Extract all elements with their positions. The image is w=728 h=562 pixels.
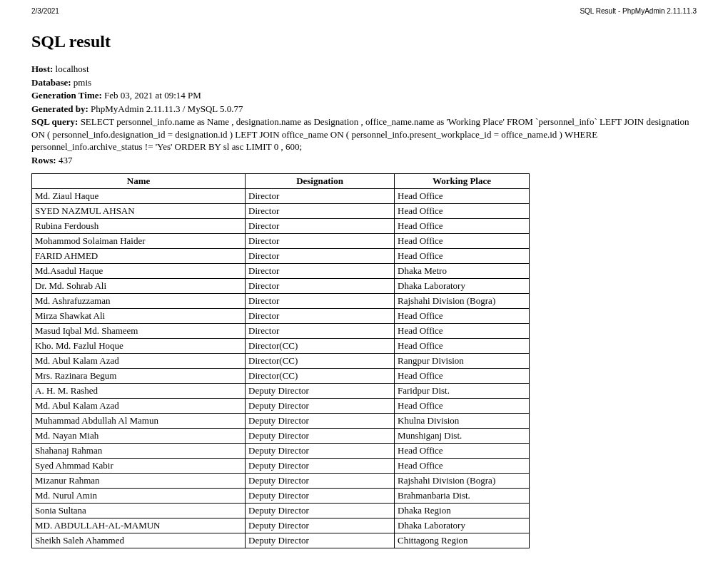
table-cell: Chittagong Region — [395, 533, 530, 548]
sqlquery-value: SELECT personnel_info.name as Name , des… — [31, 116, 689, 152]
table-cell: Shahanaj Rahman — [32, 444, 246, 459]
table-cell: Sheikh Saleh Ahammed — [32, 533, 246, 548]
table-cell: Mohammod Solaiman Haider — [32, 234, 246, 249]
table-cell: FARID AHMED — [32, 249, 246, 264]
table-cell: Head Office — [395, 219, 530, 234]
table-cell: SYED NAZMUL AHSAN — [32, 204, 246, 219]
meta-block: Host: localhost Database: pmis Generatio… — [31, 63, 697, 166]
results-table: Name Designation Working Place Md. Ziaul… — [31, 173, 530, 548]
table-cell: Head Office — [395, 399, 530, 414]
table-cell: Masud Iqbal Md. Shameem — [32, 324, 246, 339]
table-cell: Md. Abul Kalam Azad — [32, 399, 246, 414]
table-cell: Mizanur Rahman — [32, 474, 246, 489]
table-row: Muhammad Abdullah Al MamunDeputy Directo… — [32, 414, 530, 429]
database-value: pmis — [74, 77, 91, 88]
table-cell: Head Office — [395, 189, 530, 204]
table-row: Shahanaj RahmanDeputy DirectorHead Offic… — [32, 444, 530, 459]
table-cell: Deputy Director — [246, 518, 395, 533]
table-cell: Director — [246, 324, 395, 339]
table-cell: Head Office — [395, 309, 530, 324]
table-cell: Dhaka Laboratory — [395, 518, 530, 533]
rows-value: 437 — [59, 155, 73, 165]
table-cell: Deputy Director — [246, 489, 395, 504]
table-row: Md. Nayan MiahDeputy DirectorMunshiganj … — [32, 429, 530, 444]
rows-label: Rows: — [31, 155, 56, 165]
table-cell: MD. ABDULLAH-AL-MAMUN — [32, 518, 246, 533]
table-row: Sonia SultanaDeputy DirectorDhaka Region — [32, 504, 530, 518]
table-row: Kho. Md. Fazlul HoqueDirector(CC)Head Of… — [32, 339, 530, 354]
gentime-label: Generation Time: — [31, 90, 102, 101]
table-cell: Director — [246, 204, 395, 219]
page-title: SQL result — [31, 32, 697, 51]
table-cell: Head Office — [395, 444, 530, 459]
table-cell: Md. Ashrafuzzaman — [32, 294, 246, 309]
print-title: SQL Result - PhpMyAdmin 2.11.11.3 — [580, 7, 697, 15]
table-row: Md. AshrafuzzamanDirectorRajshahi Divisi… — [32, 294, 530, 309]
table-cell: Dr. Md. Sohrab Ali — [32, 279, 246, 294]
table-cell: Head Office — [395, 234, 530, 249]
table-cell: Deputy Director — [246, 399, 395, 414]
table-cell: Md. Nayan Miah — [32, 429, 246, 444]
table-cell: Director — [246, 294, 395, 309]
table-row: Md. Ziaul HaqueDirectorHead Office — [32, 189, 530, 204]
table-row: Sheikh Saleh AhammedDeputy DirectorChitt… — [32, 533, 530, 548]
table-cell: Mrs. Razinara Begum — [32, 369, 246, 384]
table-row: A. H. M. RashedDeputy DirectorFaridpur D… — [32, 384, 530, 399]
col-header-designation: Designation — [246, 174, 395, 189]
table-cell: Head Office — [395, 324, 530, 339]
table-row: Mohammod Solaiman HaiderDirectorHead Off… — [32, 234, 530, 249]
sqlquery-label: SQL query: — [31, 116, 78, 127]
table-cell: Muhammad Abdullah Al Mamun — [32, 414, 246, 429]
table-cell: Director — [246, 234, 395, 249]
table-row: FARID AHMEDDirectorHead Office — [32, 249, 530, 264]
table-cell: Rubina Ferdoush — [32, 219, 246, 234]
table-cell: Dhaka Metro — [395, 264, 530, 279]
table-cell: Director — [246, 189, 395, 204]
table-cell: A. H. M. Rashed — [32, 384, 246, 399]
genby-value: PhpMyAdmin 2.11.11.3 / MySQL 5.0.77 — [91, 103, 243, 114]
table-row: Syed Ahmmad KabirDeputy DirectorHead Off… — [32, 459, 530, 474]
table-cell: Md.Asadul Haque — [32, 264, 246, 279]
table-cell: Md. Ziaul Haque — [32, 189, 246, 204]
col-header-name: Name — [32, 174, 246, 189]
table-row: Rubina FerdoushDirectorHead Office — [32, 219, 530, 234]
table-cell: Md. Abul Kalam Azad — [32, 354, 246, 369]
table-row: Md. Nurul AminDeputy DirectorBrahmanbari… — [32, 489, 530, 504]
table-cell: Head Office — [395, 249, 530, 264]
table-row: Mizanur RahmanDeputy DirectorRajshahi Di… — [32, 474, 530, 489]
table-cell: Deputy Director — [246, 533, 395, 548]
table-row: Mirza Shawkat AliDirectorHead Office — [32, 309, 530, 324]
print-date: 2/3/2021 — [31, 7, 59, 15]
table-cell: Director — [246, 249, 395, 264]
table-cell: Director — [246, 279, 395, 294]
table-cell: Director(CC) — [246, 354, 395, 369]
table-cell: Md. Nurul Amin — [32, 489, 246, 504]
genby-label: Generated by: — [31, 103, 89, 114]
table-cell: Brahmanbaria Dist. — [395, 489, 530, 504]
table-cell: Head Office — [395, 339, 530, 354]
table-cell: Rangpur Division — [395, 354, 530, 369]
table-cell: Sonia Sultana — [32, 504, 246, 518]
table-cell: Kho. Md. Fazlul Hoque — [32, 339, 246, 354]
table-row: Dr. Md. Sohrab AliDirectorDhaka Laborato… — [32, 279, 530, 294]
host-value: localhost — [56, 63, 89, 74]
table-cell: Director — [246, 309, 395, 324]
table-row: SYED NAZMUL AHSANDirectorHead Office — [32, 204, 530, 219]
table-cell: Syed Ahmmad Kabir — [32, 459, 246, 474]
table-cell: Dhaka Region — [395, 504, 530, 518]
table-row: Md. Abul Kalam AzadDeputy DirectorHead O… — [32, 399, 530, 414]
table-cell: Deputy Director — [246, 414, 395, 429]
table-cell: Dhaka Laboratory — [395, 279, 530, 294]
table-cell: Deputy Director — [246, 474, 395, 489]
database-label: Database: — [31, 77, 71, 88]
table-cell: Deputy Director — [246, 504, 395, 518]
table-cell: Deputy Director — [246, 444, 395, 459]
table-cell: Deputy Director — [246, 459, 395, 474]
table-row: MD. ABDULLAH-AL-MAMUNDeputy DirectorDhak… — [32, 518, 530, 533]
table-cell: Head Office — [395, 204, 530, 219]
table-cell: Director — [246, 219, 395, 234]
gentime-value: Feb 03, 2021 at 09:14 PM — [104, 90, 201, 101]
table-cell: Head Office — [395, 459, 530, 474]
table-cell: Khulna Division — [395, 414, 530, 429]
table-cell: Deputy Director — [246, 384, 395, 399]
